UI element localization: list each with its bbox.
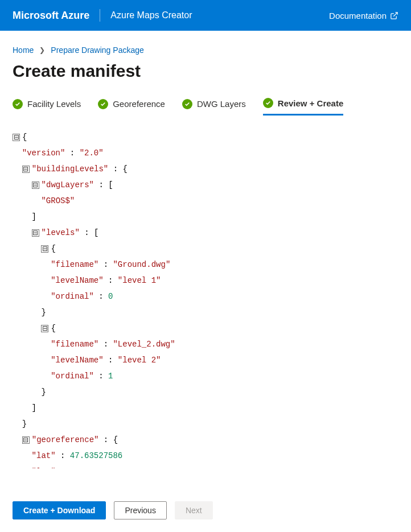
next-button: Next — [175, 501, 213, 519]
collapse-toggle-icon[interactable]: ⊟ — [32, 182, 39, 189]
tab-facility-levels[interactable]: Facility Levels — [13, 98, 81, 116]
collapse-toggle-icon[interactable]: ⊟ — [41, 325, 48, 332]
app-name-label: Azure Maps Creator — [110, 10, 192, 20]
json-value: "level 2" — [118, 356, 161, 365]
previous-button[interactable]: Previous — [114, 501, 166, 519]
check-circle-icon — [263, 98, 273, 108]
tab-review-create[interactable]: Review + Create — [263, 98, 343, 116]
collapse-toggle-icon[interactable]: ⊟ — [22, 436, 30, 444]
tab-georeference[interactable]: Georeference — [98, 98, 165, 116]
collapse-toggle-icon[interactable]: ⊟ — [22, 166, 30, 173]
breadcrumb: Home ❯ Prepare Drawing Package — [0, 31, 411, 60]
svg-line-0 — [393, 12, 397, 16]
json-value: 0 — [108, 292, 113, 301]
wizard-steps: Facility Levels Georeference DWG Layers … — [0, 83, 411, 116]
json-value: "2.0" — [80, 149, 104, 158]
create-download-button[interactable]: Create + Download — [13, 501, 106, 519]
tab-label: Facility Levels — [27, 99, 81, 109]
tab-label: Review + Create — [278, 98, 343, 108]
breadcrumb-home[interactable]: Home — [13, 46, 34, 55]
tab-label: Georeference — [113, 99, 165, 109]
json-value: "Ground.dwg" — [113, 260, 170, 269]
json-value: "GROS$" — [41, 196, 75, 205]
json-value: "level 1" — [118, 276, 161, 285]
brand-label: Microsoft Azure — [13, 10, 89, 22]
collapse-toggle-icon[interactable]: ⊟ — [32, 229, 39, 237]
documentation-link-label: Documentation — [329, 11, 387, 20]
documentation-link[interactable]: Documentation — [329, 11, 398, 20]
check-circle-icon — [182, 99, 192, 109]
breadcrumb-page[interactable]: Prepare Drawing Package — [51, 46, 143, 55]
footer-actions: Create + Download Previous Next — [0, 493, 411, 532]
json-value: "Level_2.dwg" — [113, 340, 175, 349]
json-value: 47.63527586 — [70, 451, 122, 460]
tab-label: DWG Layers — [197, 99, 246, 109]
chevron-right-icon: ❯ — [39, 46, 45, 54]
check-circle-icon — [13, 99, 23, 109]
manifest-json-viewer: ⊟{ "version" : "2.0" ⊟"buildingLevels" :… — [0, 116, 411, 468]
topbar: Microsoft Azure Azure Maps Creator Docum… — [0, 0, 411, 31]
topbar-left: Microsoft Azure Azure Maps Creator — [13, 9, 192, 22]
json-value: -122.13355922 — [70, 467, 132, 468]
external-link-icon — [390, 11, 398, 20]
topbar-divider — [100, 9, 100, 22]
collapse-toggle-icon[interactable]: ⊟ — [41, 245, 48, 253]
tab-dwg-layers[interactable]: DWG Layers — [182, 98, 246, 116]
json-value: 1 — [108, 372, 113, 381]
check-circle-icon — [98, 99, 108, 109]
collapse-toggle-icon[interactable]: ⊟ — [13, 134, 20, 141]
page-title: Create manifest — [0, 60, 411, 83]
